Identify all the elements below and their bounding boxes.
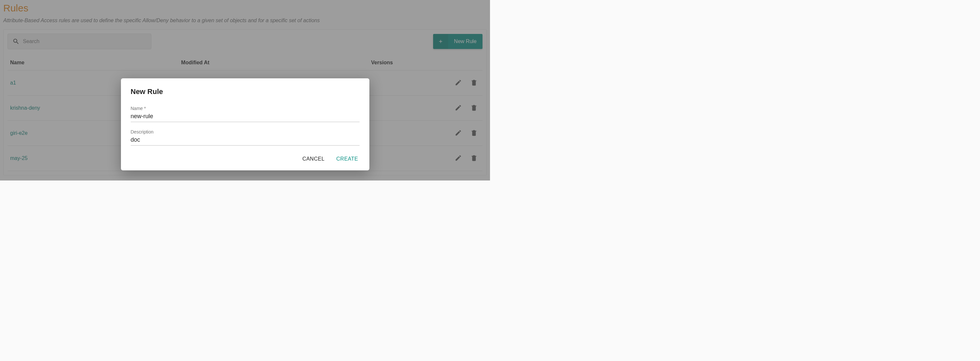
dialog-title: New Rule — [131, 87, 360, 96]
name-field-label: Name * — [131, 106, 360, 111]
name-field[interactable] — [131, 112, 360, 122]
description-field-label: Description — [131, 129, 360, 135]
modal-overlay[interactable]: New Rule Name * Description CANCEL CREAT… — [0, 0, 490, 180]
cancel-button[interactable]: CANCEL — [301, 154, 326, 165]
description-field[interactable] — [131, 135, 360, 146]
create-button[interactable]: CREATE — [335, 154, 360, 165]
new-rule-dialog: New Rule Name * Description CANCEL CREAT… — [121, 78, 369, 170]
